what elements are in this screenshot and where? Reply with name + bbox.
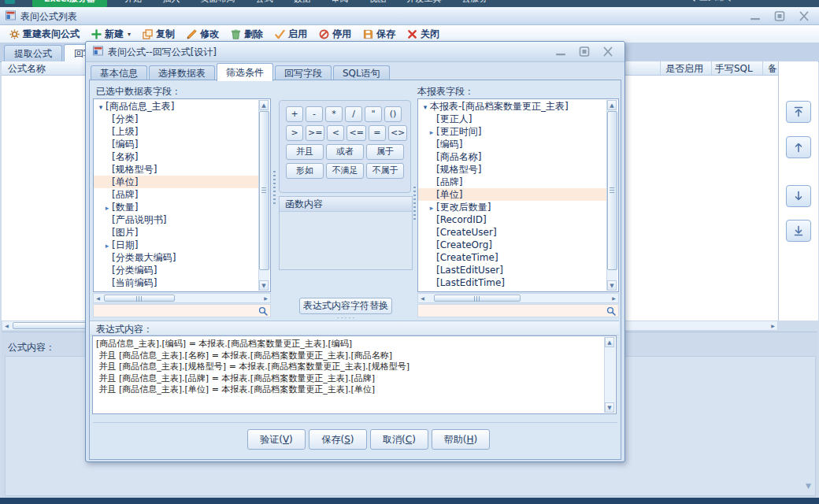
dialog-tab-2[interactable]: 选择数据表 [149, 65, 215, 81]
toolbar-button-new[interactable]: 新建▾ [91, 28, 131, 41]
operator-button[interactable]: 或者 [326, 144, 364, 160]
menu-item[interactable]: 公式 [255, 0, 272, 5]
tree-item[interactable]: ▾本报表-[商品档案数量更正_主表] [418, 100, 607, 113]
tree-item[interactable]: [CreateUser] [418, 226, 607, 239]
menu-item[interactable]: 云服务 [461, 0, 487, 5]
column-separator[interactable] [660, 61, 661, 75]
splitter-handle[interactable] [273, 171, 276, 204]
toolbar-button-enable[interactable]: 启用 [275, 28, 307, 41]
menu-item[interactable]: 插入 [162, 0, 180, 5]
tree-item[interactable]: [图片] [94, 226, 259, 239]
scroll-right-icon[interactable]: ▶ [261, 294, 270, 302]
close-button[interactable] [797, 11, 811, 21]
toolbar-button-rebuild[interactable]: 重建表间公式 [9, 28, 80, 41]
scrollbar-thumb[interactable] [104, 295, 175, 302]
tree-item[interactable]: ▸[更改后数量] [418, 201, 607, 213]
operator-button[interactable]: > [286, 125, 303, 141]
toolbar-button-copy[interactable]: 复制 [143, 28, 175, 41]
operator-button[interactable]: () [384, 106, 402, 122]
tree-item[interactable]: [商品名称] [418, 150, 607, 163]
tree-closed-arrow-icon[interactable]: ▸ [102, 202, 112, 213]
toolbar-button-disable[interactable]: 停用 [319, 28, 351, 41]
tree-item[interactable]: [品牌] [418, 176, 607, 188]
tree-item[interactable]: [名称] [94, 150, 259, 163]
cancel-button[interactable]: 取消(C) [370, 429, 428, 450]
right-field-search-input[interactable] [420, 306, 607, 317]
toolbar-button-save[interactable]: 保存 [363, 28, 395, 41]
column-handwritten-sql[interactable]: 手写SQL [715, 62, 753, 76]
dialog-titlebar[interactable]: 表间公式--回写公式[设计] [86, 42, 624, 62]
tree-item[interactable]: [LastEditUser] [418, 264, 607, 276]
menu-item[interactable]: 开始 [124, 0, 142, 5]
column-formula-name[interactable]: 公式名称 [8, 62, 46, 76]
tree-item[interactable]: [规格型号] [94, 163, 259, 176]
tree-item[interactable]: [单位] [418, 188, 607, 201]
tree-item[interactable]: ▾[商品信息_主表] [94, 100, 259, 113]
tree-item[interactable]: ▸[更正时间] [418, 125, 607, 138]
scrollbar-thumb[interactable] [259, 111, 269, 270]
move-top-button[interactable] [786, 101, 811, 123]
minimize-button[interactable] [748, 11, 762, 21]
menu-item[interactable]: 开发工具 [406, 0, 441, 5]
toolbar-button-delete[interactable]: 删除 [231, 28, 263, 41]
move-bottom-button[interactable] [786, 220, 811, 242]
dialog-maximize-button[interactable] [577, 46, 591, 57]
left-field-search-input[interactable] [95, 306, 259, 317]
tree-closed-arrow-icon[interactable]: ▸ [102, 239, 112, 251]
dropdown-caret-icon[interactable]: ▾ [128, 31, 131, 38]
scroll-up-icon[interactable]: ▲ [605, 337, 614, 347]
validate-button[interactable]: 验证(V) [247, 429, 306, 450]
tree-vertical-scrollbar[interactable]: ▲ ▼ [606, 100, 617, 291]
menu-item[interactable]: 视图 [369, 0, 386, 5]
dialog-close-button[interactable] [601, 46, 615, 57]
tree-item[interactable]: [分类编码] [94, 264, 259, 276]
expression-replace-button[interactable]: 表达式内容字符替换 [299, 298, 392, 314]
scroll-left-icon[interactable]: ◀ [94, 294, 102, 302]
help-button[interactable]: 帮助(H) [432, 429, 490, 450]
tree-open-arrow-icon[interactable]: ▾ [96, 101, 106, 113]
operator-button[interactable]: " [365, 106, 382, 122]
tree-item[interactable]: [编码] [94, 138, 259, 150]
scroll-left-icon[interactable]: ◀ [418, 294, 427, 302]
tree-horizontal-scrollbar[interactable]: ◀ ▶ [417, 293, 619, 303]
tree-item[interactable]: [上级] [94, 125, 259, 138]
scroll-up-icon[interactable]: ▲ [259, 100, 269, 110]
operator-button[interactable]: >= [306, 125, 324, 141]
scroll-up-icon[interactable]: ▲ [607, 100, 617, 110]
operator-button[interactable]: 不满足 [326, 163, 364, 179]
tree-item[interactable]: [当前编码] [94, 276, 259, 289]
tree-item[interactable]: [品牌] [94, 188, 259, 201]
operator-button[interactable]: 属于 [366, 144, 404, 160]
operator-button[interactable]: < [327, 125, 344, 141]
tree-item[interactable]: [RecordID] [418, 213, 607, 226]
operator-button[interactable]: 形如 [286, 163, 324, 179]
operator-button[interactable]: 并且 [286, 144, 324, 160]
menu-item[interactable]: 数据 [293, 0, 310, 5]
tree-open-arrow-icon[interactable]: ▾ [421, 101, 430, 113]
tree-item[interactable]: ▸[日期] [94, 239, 259, 251]
search-icon[interactable] [258, 306, 268, 316]
move-up-button[interactable] [786, 136, 811, 158]
tree-item[interactable]: [产品说明书] [94, 213, 259, 226]
tree-item[interactable]: [LastEditTime] [418, 276, 607, 289]
scrollbar-thumb[interactable] [434, 295, 521, 302]
scroll-right-icon[interactable]: ▶ [769, 321, 777, 330]
tree-item[interactable]: [CreateOrg] [418, 239, 607, 251]
operator-button[interactable]: / [345, 106, 362, 122]
toolbar-button-close[interactable]: 关闭 [407, 28, 439, 41]
column-separator[interactable] [762, 61, 763, 75]
save-button[interactable]: 保存(S) [309, 429, 367, 450]
tree-item[interactable]: [CreateTime] [418, 251, 607, 264]
tree-closed-arrow-icon[interactable]: ▸ [427, 202, 436, 213]
menu-item[interactable]: 审阅 [331, 0, 348, 5]
scroll-down-icon[interactable]: ▼ [259, 280, 269, 291]
move-down-button[interactable] [786, 185, 811, 207]
dialog-tab-5[interactable]: SQL语句 [333, 65, 390, 81]
expression-editor[interactable]: [商品信息_主表].[编码] = 本报表.[商品档案数量更正_主表].[编码] … [92, 335, 617, 414]
main-tab-1[interactable]: 提取公式 [4, 45, 62, 61]
tree-item[interactable]: [单位] [94, 176, 259, 188]
tree-item[interactable]: ▸[数量] [94, 201, 259, 213]
dialog-tab-1[interactable]: 基本信息 [91, 65, 147, 81]
operator-button[interactable]: + [286, 106, 303, 122]
column-separator[interactable] [711, 61, 712, 75]
